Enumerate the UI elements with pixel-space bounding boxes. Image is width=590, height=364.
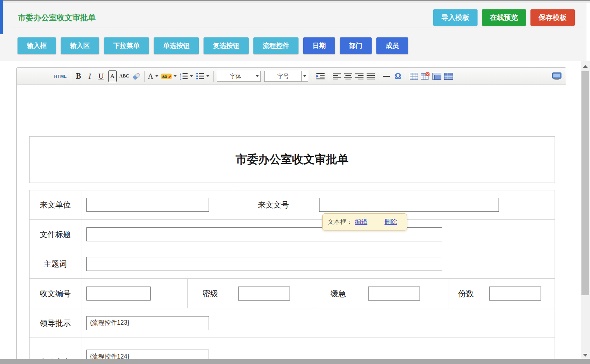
toolbox-date-button[interactable]: 日期 [303, 37, 335, 54]
security-label: 密级 [202, 288, 218, 299]
form-table: 来文单位 来文文号 文件标题 主题词 收文编号 密级 缓急 份数 [29, 190, 555, 364]
tooltip-edit-link[interactable]: 编辑 [355, 218, 367, 226]
leader-note-input[interactable] [86, 316, 209, 330]
toolbar-separator [313, 71, 313, 82]
html-source-icon[interactable]: HTML [54, 70, 67, 82]
toolbar-separator [379, 71, 379, 82]
font-size-select[interactable]: 字号 [264, 71, 308, 82]
form-title-box: 市委办公室收文审批单 [29, 136, 555, 183]
top-panel: 市委办公室收文审批单 导入模板 在线预览 保存模板 输入框 输入区 下拉菜单 单… [0, 3, 586, 61]
char-border-icon[interactable]: A [108, 70, 117, 82]
table-props-icon[interactable] [444, 70, 453, 82]
scrollbar-up-icon[interactable] [581, 62, 590, 70]
toolbox-flow-control-button[interactable]: 流程控件 [253, 37, 299, 54]
toolbar-separator [213, 71, 214, 82]
online-preview-button[interactable]: 在线预览 [482, 9, 526, 26]
subject-label: 主题词 [44, 259, 67, 269]
font-family-caret-button[interactable] [254, 71, 260, 81]
align-center-icon[interactable] [344, 70, 352, 82]
table-row: 收文编号 密级 缓急 份数 [30, 279, 555, 308]
font-size-caret-button[interactable] [301, 71, 308, 81]
highlight-icon[interactable]: ab [161, 70, 177, 82]
doc-title-input-cell [81, 220, 555, 249]
bold-icon[interactable]: B [74, 70, 83, 82]
copies-input-cell [484, 279, 555, 308]
horizontal-rule-icon[interactable] [382, 70, 391, 82]
subject-label-cell: 主题词 [30, 249, 81, 279]
insert-table-icon[interactable] [409, 70, 418, 82]
security-input[interactable] [238, 287, 290, 301]
dropdown-caret-icon [206, 75, 209, 77]
toolbar-separator [406, 71, 406, 82]
table-row: 主题词 [30, 249, 555, 279]
scrollbar-thumb[interactable] [581, 71, 589, 295]
scrollbar-down-icon[interactable] [581, 351, 590, 359]
leader-note-label: 领导批示 [40, 318, 71, 328]
unordered-list-icon[interactable] [196, 70, 209, 82]
bottom-edge-strip [0, 359, 590, 364]
urgency-input-cell [363, 279, 448, 308]
toolbox-dropdown-button[interactable]: 下拉菜单 [104, 37, 149, 54]
vertical-scrollbar[interactable] [581, 61, 590, 364]
receipt-no-label-cell: 收文编号 [30, 279, 81, 308]
doc-number-input[interactable] [319, 198, 499, 212]
font-family-label: 字体 [217, 71, 254, 81]
strikethrough-icon[interactable]: ABC [119, 70, 129, 82]
pencil-icon [167, 75, 172, 80]
doc-title-label-cell: 文件标题 [30, 220, 81, 249]
tooltip-delete-link[interactable]: 删除 [385, 218, 397, 226]
form-title: 市委办公室收文审批单 [236, 152, 349, 167]
rich-text-editor: HTML B I U A ABC A ab 123 字体 字号 [16, 67, 566, 364]
copies-label-cell: 份数 [448, 279, 484, 308]
page-title: 市委办公室收文审批单 [18, 12, 96, 23]
urgency-input[interactable] [368, 287, 420, 301]
dropdown-caret-icon [256, 75, 259, 77]
urgency-label-cell: 缓急 [314, 279, 363, 308]
toolbox-input-box-button[interactable]: 输入框 [18, 37, 56, 54]
delete-table-icon[interactable] [421, 70, 430, 82]
merge-cell-icon[interactable] [432, 70, 441, 82]
tooltip-type-label: 文本框： [328, 218, 353, 226]
copies-input[interactable] [489, 287, 541, 301]
save-template-button[interactable]: 保存模板 [530, 9, 575, 26]
doc-number-label-cell: 来文文号 [233, 190, 314, 220]
receipt-no-label: 收文编号 [40, 288, 71, 299]
source-unit-input[interactable] [86, 198, 209, 212]
italic-icon[interactable]: I [86, 70, 94, 82]
toolbox-department-button[interactable]: 部门 [340, 37, 372, 54]
table-row: 来文单位 来文文号 [30, 190, 555, 220]
eraser-icon[interactable] [132, 70, 140, 82]
source-unit-label-cell: 来文单位 [30, 190, 81, 220]
align-justify-icon[interactable] [366, 70, 375, 82]
dropdown-caret-icon [190, 75, 193, 77]
toolbox-radio-button[interactable]: 单选按钮 [154, 37, 199, 54]
toolbox-input-area-button[interactable]: 输入区 [61, 37, 99, 54]
fullscreen-icon[interactable] [552, 70, 562, 82]
align-right-icon[interactable] [355, 70, 363, 82]
toolbox-checkbox-button[interactable]: 复选按钮 [204, 37, 249, 54]
font-size-label: 字号 [265, 71, 301, 81]
triangle-up [583, 65, 588, 68]
dropdown-caret-icon [174, 75, 177, 77]
highlight-label: ab [162, 74, 167, 79]
font-color-icon[interactable]: A [148, 70, 158, 82]
import-template-button[interactable]: 导入模板 [433, 9, 478, 26]
security-label-cell: 密级 [188, 279, 233, 308]
ordered-list-icon[interactable]: 123 [179, 70, 193, 82]
top-border [0, 0, 590, 1]
font-family-select[interactable]: 字体 [217, 71, 261, 82]
receipt-no-input[interactable] [86, 287, 151, 301]
toolbox-member-button[interactable]: 成员 [376, 37, 408, 54]
special-char-icon[interactable]: Ω [393, 70, 402, 82]
table-row: 领导批示 [30, 308, 555, 338]
security-input-cell [233, 279, 314, 308]
toolbar-separator [329, 71, 329, 82]
underline-icon[interactable]: U [97, 70, 105, 82]
align-left-icon[interactable] [332, 70, 341, 82]
subject-input[interactable] [86, 257, 442, 271]
doc-title-label: 文件标题 [40, 229, 71, 239]
indent-icon[interactable] [316, 70, 325, 82]
header-actions: 导入模板 在线预览 保存模板 [433, 9, 575, 26]
toolbar-separator [144, 71, 145, 82]
dropdown-caret-icon [303, 75, 306, 77]
